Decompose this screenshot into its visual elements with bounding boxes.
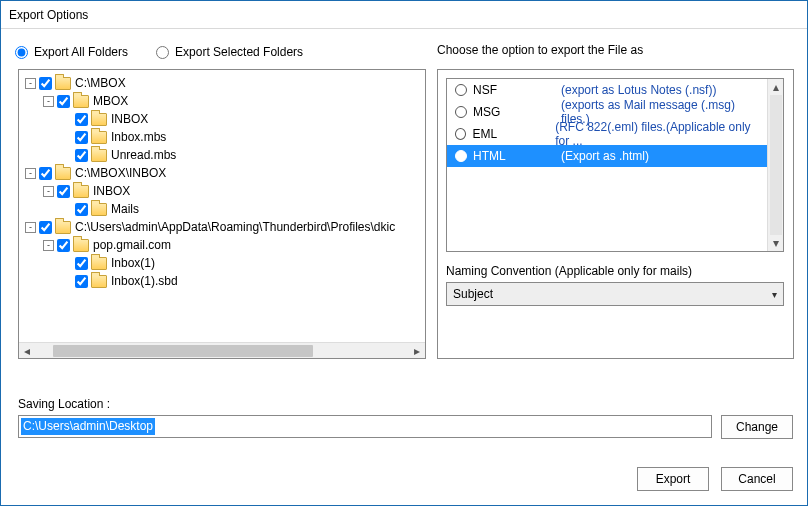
cancel-button[interactable]: Cancel [721, 467, 793, 491]
tree-checkbox[interactable] [75, 131, 88, 144]
tree-horizontal-scrollbar[interactable]: ◂ ▸ [19, 342, 425, 358]
format-option-eml[interactable]: EML(RFC 822(.eml) files.(Applicable only… [447, 123, 767, 145]
folder-tree[interactable]: -C:\MBOX-MBOXINBOXInbox.mbsUnread.mbs-C:… [18, 69, 426, 359]
collapse-icon[interactable]: - [25, 222, 36, 233]
tree-checkbox[interactable] [75, 203, 88, 216]
folder-icon [73, 239, 89, 252]
tree-checkbox[interactable] [75, 275, 88, 288]
expander-placeholder [61, 258, 72, 269]
scroll-up-icon[interactable]: ▴ [768, 79, 783, 95]
tree-label: Unread.mbs [111, 146, 176, 164]
tree-checkbox[interactable] [57, 95, 70, 108]
collapse-icon[interactable]: - [43, 240, 54, 251]
tree-label: Mails [111, 200, 139, 218]
scroll-track[interactable] [35, 343, 409, 359]
format-name: MSG [473, 105, 555, 119]
format-name: HTML [473, 149, 555, 163]
radio-export-all-label: Export All Folders [34, 45, 128, 59]
radio-export-all-input[interactable] [15, 46, 28, 59]
radio-icon [455, 84, 467, 96]
format-option-html[interactable]: HTML(Export as .html) [447, 145, 767, 167]
tree-row[interactable]: -C:\Users\admin\AppData\Roaming\Thunderb… [19, 218, 425, 236]
tree-label: C:\MBOX\INBOX [75, 164, 166, 182]
radio-icon [455, 128, 466, 140]
folder-icon [91, 113, 107, 126]
radio-export-all[interactable]: Export All Folders [15, 45, 128, 59]
tree-label: Inbox.mbs [111, 128, 166, 146]
radio-export-selected-label: Export Selected Folders [175, 45, 303, 59]
format-description: (Export as .html) [561, 149, 649, 163]
tree-checkbox[interactable] [75, 149, 88, 162]
scroll-down-icon[interactable]: ▾ [768, 235, 783, 251]
tree-checkbox[interactable] [75, 113, 88, 126]
collapse-icon[interactable]: - [25, 78, 36, 89]
folder-icon [91, 149, 107, 162]
tree-row[interactable]: -MBOX [19, 92, 425, 110]
folder-icon [73, 185, 89, 198]
format-panel: NSF(export as Lotus Notes (.nsf))MSG(exp… [437, 69, 794, 359]
tree-row[interactable]: Inbox.mbs [19, 128, 425, 146]
tree-checkbox[interactable] [75, 257, 88, 270]
saving-location-value: C:\Users\admin\Desktop [21, 418, 155, 435]
format-vertical-scrollbar[interactable]: ▴ ▾ [767, 79, 783, 251]
tree-row[interactable]: Unread.mbs [19, 146, 425, 164]
tree-label: C:\MBOX [75, 74, 126, 92]
tree-row[interactable]: -C:\MBOX [19, 74, 425, 92]
folder-icon [91, 131, 107, 144]
scroll-right-icon[interactable]: ▸ [409, 343, 425, 359]
expander-placeholder [61, 132, 72, 143]
folder-icon [91, 275, 107, 288]
tree-label: INBOX [93, 182, 130, 200]
collapse-icon[interactable]: - [43, 96, 54, 107]
expander-placeholder [61, 150, 72, 161]
tree-label: Inbox(1) [111, 254, 155, 272]
tree-label: pop.gmail.com [93, 236, 171, 254]
folder-icon [91, 203, 107, 216]
folder-icon [73, 95, 89, 108]
tree-checkbox[interactable] [57, 239, 70, 252]
window-title: Export Options [1, 1, 807, 29]
radio-icon [455, 150, 467, 162]
tree-row[interactable]: INBOX [19, 110, 425, 128]
expander-placeholder [61, 276, 72, 287]
collapse-icon[interactable]: - [43, 186, 54, 197]
tree-row[interactable]: -C:\MBOX\INBOX [19, 164, 425, 182]
radio-export-selected-input[interactable] [156, 46, 169, 59]
tree-row[interactable]: Inbox(1).sbd [19, 272, 425, 290]
tree-row[interactable]: Inbox(1) [19, 254, 425, 272]
radio-icon [455, 106, 467, 118]
saving-location-input[interactable]: C:\Users\admin\Desktop [18, 415, 712, 438]
collapse-icon[interactable]: - [25, 168, 36, 179]
format-description: (export as Lotus Notes (.nsf)) [561, 83, 716, 97]
tree-row[interactable]: -INBOX [19, 182, 425, 200]
radio-export-selected[interactable]: Export Selected Folders [156, 45, 303, 59]
tree-checkbox[interactable] [57, 185, 70, 198]
tree-row[interactable]: -pop.gmail.com [19, 236, 425, 254]
naming-convention-label: Naming Convention (Applicable only for m… [446, 264, 785, 278]
change-button[interactable]: Change [721, 415, 793, 439]
naming-convention-select[interactable]: Subject ▾ [446, 282, 784, 306]
folder-icon [55, 77, 71, 90]
scroll-left-icon[interactable]: ◂ [19, 343, 35, 359]
tree-label: Inbox(1).sbd [111, 272, 178, 290]
format-name: NSF [473, 83, 555, 97]
format-description: (RFC 822(.eml) files.(Applicable only fo… [555, 120, 767, 148]
tree-label: C:\Users\admin\AppData\Roaming\Thunderbi… [75, 218, 395, 236]
expander-placeholder [61, 114, 72, 125]
tree-label: MBOX [93, 92, 128, 110]
choose-format-label: Choose the option to export the File as [437, 43, 643, 57]
tree-row[interactable]: Mails [19, 200, 425, 218]
export-scope-radios: Export All Folders Export Selected Folde… [15, 39, 793, 65]
scroll-thumb[interactable] [53, 345, 313, 357]
saving-location-label: Saving Location : [18, 397, 110, 411]
format-list[interactable]: NSF(export as Lotus Notes (.nsf))MSG(exp… [446, 78, 784, 252]
tree-checkbox[interactable] [39, 77, 52, 90]
naming-convention-value: Subject [453, 287, 493, 301]
export-button[interactable]: Export [637, 467, 709, 491]
chevron-down-icon: ▾ [772, 289, 777, 300]
scroll-vthumb[interactable] [770, 95, 782, 235]
tree-label: INBOX [111, 110, 148, 128]
tree-checkbox[interactable] [39, 221, 52, 234]
format-name: EML [472, 127, 549, 141]
tree-checkbox[interactable] [39, 167, 52, 180]
